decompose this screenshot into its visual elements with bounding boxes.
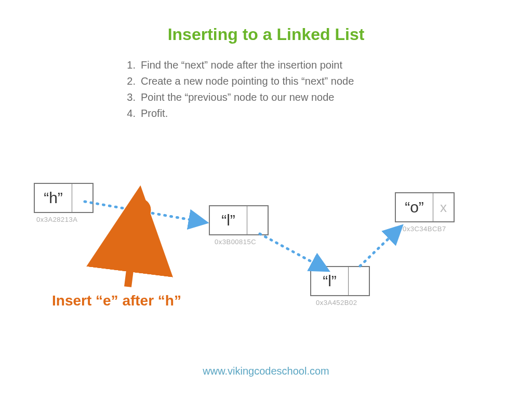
node-pointer bbox=[349, 267, 369, 295]
step-item: 2.Create a new node pointing to this “ne… bbox=[122, 73, 354, 89]
linked-list-node-o: “o” x bbox=[395, 192, 455, 222]
step-text: Profit. bbox=[141, 108, 168, 119]
node-address: 0x3B00815C bbox=[215, 238, 256, 246]
node-value: “h” bbox=[35, 184, 72, 212]
node-address: 0x3A452B02 bbox=[316, 299, 357, 307]
page-title: Inserting to a Linked List bbox=[0, 25, 532, 44]
step-text: Create a new node pointing to this “next… bbox=[141, 75, 354, 87]
linked-list-node-h: “h” bbox=[34, 183, 94, 213]
linked-list-node-l2: “l” bbox=[310, 266, 370, 296]
insertion-point-circle-icon bbox=[129, 200, 150, 220]
pointer-arrow bbox=[360, 227, 401, 266]
node-pointer bbox=[247, 206, 268, 234]
linked-list-node-l1: “l” bbox=[209, 205, 269, 235]
step-item: 4.Profit. bbox=[122, 105, 354, 122]
node-value: “o” bbox=[396, 193, 433, 221]
footer-link: www.vikingcodeschool.com bbox=[0, 365, 532, 377]
step-item: 1.Find the “next” node after the inserti… bbox=[122, 57, 354, 73]
pointer-arrow bbox=[85, 202, 206, 222]
node-pointer bbox=[72, 184, 92, 212]
insert-arrow bbox=[128, 229, 135, 287]
slide: Inserting to a Linked List 1.Find the “n… bbox=[0, 0, 532, 399]
insert-caption: Insert “e” after “h” bbox=[52, 292, 181, 309]
node-address: 0x3A28213A bbox=[36, 216, 77, 223]
pointer-arrow bbox=[260, 234, 327, 270]
node-value: “l” bbox=[311, 267, 349, 295]
node-address: 0x3C34BCB7 bbox=[403, 225, 446, 233]
step-item: 3.Point the “previous” node to our new n… bbox=[122, 89, 354, 105]
node-value: “l” bbox=[210, 206, 247, 234]
step-text: Find the “next” node after the insertion… bbox=[141, 59, 342, 71]
step-text: Point the “previous” node to our new nod… bbox=[141, 91, 334, 103]
steps-list: 1.Find the “next” node after the inserti… bbox=[122, 57, 354, 122]
node-pointer: x bbox=[433, 193, 454, 221]
